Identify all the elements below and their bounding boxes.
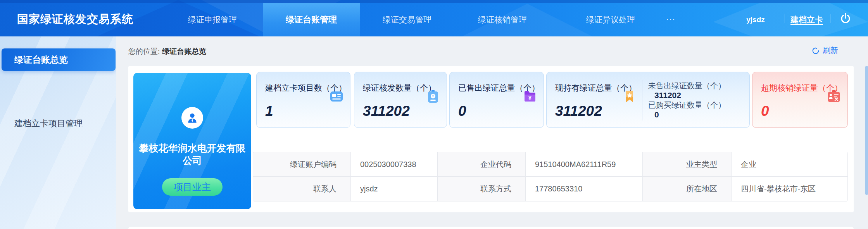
breadcrumb-row: 您的位置:绿证台账总览 刷新 — [128, 36, 856, 66]
table-label: 绿证账户编码 — [253, 152, 351, 177]
sub-stat-value: 311202 — [648, 91, 726, 100]
tab-green-cert-writeoff[interactable]: 绿证核销管理 — [468, 3, 537, 36]
stat-value: 0 — [458, 103, 466, 119]
table-label: 联系方式 — [438, 177, 526, 201]
person-icon — [186, 111, 199, 124]
stat-value: 311202 — [363, 103, 410, 119]
next-panel-edge — [128, 227, 854, 229]
table-label: 业主类型 — [643, 152, 732, 177]
stat-card-issued-certs: 绿证核发数量（个） 311202 — [354, 72, 447, 128]
sidebar: 绿证台账总览 建档立卡项目管理 — [0, 36, 116, 229]
breadcrumb: 您的位置:绿证台账总览 — [128, 46, 206, 57]
tab-green-cert-trade[interactable]: 绿证交易管理 — [372, 3, 442, 36]
stat-value: 311202 — [555, 103, 602, 119]
username-label: yjsdz — [736, 3, 775, 36]
company-profile-card: 攀枝花华润水电开发有限公司 项目业主 — [133, 73, 251, 209]
stat-label: 绿证核发数量（个） — [363, 83, 436, 93]
bookmark-star-icon — [622, 89, 637, 104]
vertical-scrollbar-thumb[interactable] — [865, 66, 868, 195]
table-value: 企业 — [732, 152, 847, 177]
refresh-button[interactable]: 刷新 — [811, 45, 838, 56]
power-icon — [840, 12, 851, 24]
table-label: 联系人 — [253, 177, 351, 201]
account-info-table: 绿证账户编码 0025030007338 企业代码 91510400MA6211… — [253, 152, 848, 201]
avatar — [181, 107, 203, 129]
tab-green-cert-declare[interactable]: 绿证申报管理 — [178, 3, 247, 36]
sub-stat-label: 已购买绿证数量（个） — [648, 100, 726, 110]
top-navbar: 国家绿证核发交易系统 绿证申报管理 绿证台账管理 绿证交易管理 绿证核销管理 绿… — [0, 0, 868, 36]
logout-button[interactable] — [840, 12, 851, 26]
tab-green-cert-dispute[interactable]: 绿证异议处理 — [576, 3, 645, 36]
table-value: yjsdz — [351, 177, 438, 201]
id-card-icon — [329, 89, 344, 104]
refresh-icon — [811, 46, 820, 55]
main-content: 您的位置:绿证台账总览 刷新 攀枝花华润水电开发有限公司 项目业主 — [116, 36, 868, 229]
table-value: 四川省-攀枝花市-东区 — [732, 177, 847, 201]
breadcrumb-prefix: 您的位置: — [128, 47, 160, 55]
stat-card-held-certs: 现持有绿证总量（个） 311202 未售出绿证数量（个） 311202 已购买绿… — [546, 72, 750, 128]
stat-value: 0 — [761, 103, 769, 119]
nav-more-menu[interactable]: ··· — [656, 3, 687, 36]
sub-stat-label: 未售出绿证数量（个） — [648, 81, 726, 91]
nav-divider — [830, 14, 830, 23]
stat-card-filing-projects: 建档立卡项目数（个） 1 — [256, 72, 350, 128]
folder-yen-icon: ¥ — [523, 89, 537, 104]
tab-green-cert-ledger[interactable]: 绿证台账管理 — [263, 3, 360, 36]
overview-panel: 攀枝花华润水电开发有限公司 项目业主 建档立卡项目数（个） 1 绿证核发数量（个… — [128, 66, 854, 212]
sub-stat-value: 0 — [648, 110, 726, 119]
cert-sub-stats: 未售出绿证数量（个） 311202 已购买绿证数量（个） 0 — [648, 81, 726, 119]
stat-card-sold-certs: 已售出绿证总量（个） 0 ¥ — [449, 72, 544, 128]
table-value: 91510400MA62111R59 — [526, 152, 643, 177]
table-label: 所在地区 — [643, 177, 732, 201]
refresh-label: 刷新 — [823, 45, 838, 56]
table-value: 0025030007338 — [351, 152, 438, 177]
card-x-icon — [827, 89, 841, 104]
breadcrumb-current: 绿证台账总览 — [162, 47, 206, 55]
company-name: 攀枝花华润水电开发有限公司 — [133, 142, 251, 167]
project-owner-tag[interactable]: 项目业主 — [162, 178, 223, 196]
table-value: 17780653310 — [526, 177, 643, 201]
stat-value: 1 — [265, 103, 273, 119]
nav-divider — [785, 14, 785, 23]
register-card-link[interactable]: 建档立卡 — [788, 3, 825, 36]
certificate-icon — [426, 89, 440, 104]
card-inner-divider — [642, 80, 642, 121]
app-title: 国家绿证核发交易系统 — [17, 0, 133, 36]
table-label: 企业代码 — [438, 152, 526, 177]
stat-card-overdue-writeoff: 超期核销绿证量（个） 0 — [752, 72, 848, 128]
svg-text:¥: ¥ — [528, 95, 531, 101]
sidebar-item-filing-project-mgmt[interactable]: 建档立卡项目管理 — [14, 117, 83, 130]
sidebar-item-ledger-overview[interactable]: 绿证台账总览 — [2, 48, 116, 71]
